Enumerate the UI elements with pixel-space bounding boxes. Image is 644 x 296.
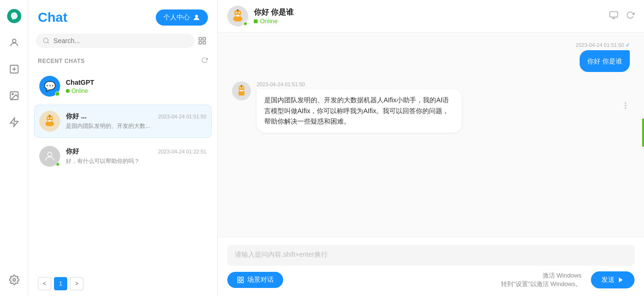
scene-button[interactable]: 场景对话: [227, 272, 283, 288]
chat-info-nihao: 你好 2023-04-24 01:22:51 好，有什么可以帮助你的吗？: [66, 147, 206, 165]
chat-avatar-nihao: [39, 146, 60, 167]
svg-point-44: [241, 85, 242, 87]
svg-rect-33: [233, 17, 234, 20]
svg-point-10: [44, 38, 48, 43]
search-icon: [43, 37, 50, 45]
scene-icon: [237, 276, 244, 284]
chat-header-status: Online: [254, 18, 294, 25]
svg-point-32: [237, 9, 238, 11]
chat-item-chatgpt[interactable]: 💬 ChatGPT Online: [34, 70, 212, 103]
svg-rect-50: [241, 280, 243, 283]
svg-marker-52: [619, 278, 623, 283]
personal-center-button[interactable]: 个人中心: [156, 9, 208, 26]
chat-info-nihao-shei: 你好 ... 2023-04-24 01:51:50 是国内团队发明的、开发的大…: [66, 112, 206, 130]
svg-rect-14: [203, 42, 206, 44]
svg-point-45: [625, 103, 626, 104]
icon-bar: [0, 0, 28, 296]
timestamp-check-icon: ✓: [626, 42, 630, 48]
svg-rect-30: [236, 15, 240, 17]
prev-page-button[interactable]: <: [38, 277, 51, 290]
nav-add-icon[interactable]: [6, 61, 23, 78]
refresh-chat-icon[interactable]: [626, 11, 635, 22]
chat-header-info: 你好 你是谁 Online: [254, 8, 294, 25]
send-button[interactable]: 发送: [591, 271, 635, 288]
svg-point-1: [12, 39, 16, 43]
svg-rect-48: [238, 277, 240, 279]
search-input[interactable]: [54, 37, 188, 45]
svg-point-6: [12, 93, 13, 95]
screen-icon[interactable]: [609, 10, 618, 22]
svg-rect-24: [53, 122, 54, 125]
svg-point-41: [242, 88, 243, 89]
svg-point-19: [51, 117, 52, 119]
input-actions: 场景对话 激活 Windows 转到"设置"以激活 Windows。 发送: [227, 271, 635, 288]
chat-list: 💬 ChatGPT Online: [28, 70, 217, 271]
nav-image-icon[interactable]: [6, 87, 23, 104]
chat-item-nihao[interactable]: 你好 2023-04-24 01:22:51 好，有什么可以帮助你的吗？: [34, 140, 212, 173]
chat-header-actions: [609, 10, 635, 22]
send-icon: [617, 277, 624, 283]
current-page-button[interactable]: 1: [54, 277, 67, 290]
chat-header-status-text: Online: [260, 18, 278, 25]
status-dot-chatgpt: [66, 89, 70, 93]
svg-rect-34: [241, 17, 242, 20]
chat-item-nihao-shei[interactable]: 你好 ... 2023-04-24 01:51:50 是国内团队发明的、开发的大…: [34, 105, 212, 138]
input-box[interactable]: 请输入提问内容,shift+enter换行: [227, 245, 635, 266]
personal-center-label: 个人中心: [163, 13, 190, 22]
message-left-content-wrap: 2023-04-24 01:51:50 是国内团队发明的、开发的大数据机器人AI…: [257, 81, 630, 132]
svg-point-9: [195, 15, 197, 18]
message-actions-icon[interactable]: [617, 101, 630, 112]
message-avatar-left: [232, 81, 251, 100]
nav-lightning-icon[interactable]: [6, 114, 23, 131]
scene-btn-label: 场景对话: [247, 276, 274, 284]
main-chat: 你好 你是谁 Online: [218, 0, 644, 296]
message-bubble-right: 你好 你是谁: [580, 50, 630, 72]
chat-header-name: 你好 你是谁: [254, 8, 294, 18]
recent-chats-label: RECENT CHATS: [38, 58, 85, 64]
svg-point-40: [240, 88, 241, 89]
sidebar: Chat 个人中心 RECENT CHATS: [28, 0, 218, 296]
chat-name-nihao: 你好: [66, 147, 79, 156]
svg-rect-51: [238, 280, 240, 283]
next-page-button[interactable]: >: [70, 277, 83, 290]
windows-activate: 激活 Windows 转到"设置"以激活 Windows。: [501, 271, 581, 288]
svg-point-8: [13, 278, 16, 281]
svg-rect-12: [199, 37, 201, 40]
chat-avatar-nihao-shei: [39, 111, 60, 132]
svg-line-11: [47, 42, 49, 44]
refresh-icon[interactable]: [201, 57, 208, 65]
svg-rect-49: [241, 277, 243, 279]
chat-avatar-chatgpt: 💬: [39, 76, 60, 97]
svg-rect-17: [46, 121, 53, 126]
grid-icon[interactable]: [195, 33, 210, 48]
nav-settings-icon[interactable]: [6, 271, 23, 288]
message-bubble-left: 是国内团队发明的、开发的大数据机器人AIfix小助手，我的AI语言模型叫做AIf…: [257, 89, 462, 132]
bot-avatar-icon: [43, 114, 57, 128]
svg-point-25: [48, 152, 52, 156]
message-row-right: 2023-04-24 01:51:50 ✓ 你好 你是谁: [232, 42, 630, 72]
search-input-wrap[interactable]: [36, 34, 195, 48]
svg-rect-35: [610, 11, 618, 17]
chat-preview-nihao-shei: 是国内团队发明的、开发的大数...: [66, 122, 206, 130]
svg-marker-7: [10, 118, 18, 126]
svg-point-29: [239, 12, 240, 13]
chat-header-left: 你好 你是谁 Online: [227, 6, 294, 27]
chat-preview-nihao: 好，有什么可以帮助你的吗？: [66, 157, 206, 165]
message-timestamp-right: 2023-04-24 01:51:50 ✓: [576, 42, 630, 48]
input-area: 请输入提问内容,shift+enter换行 场景对话 激活 Windows 转到…: [218, 237, 644, 296]
svg-rect-15: [199, 42, 201, 44]
svg-rect-39: [239, 91, 245, 96]
svg-rect-42: [240, 90, 243, 91]
chat-header: 你好 你是谁 Online: [218, 0, 644, 33]
message-bot-icon: [235, 84, 248, 98]
logo-icon[interactable]: [6, 8, 23, 25]
status-text-chatgpt: Online: [72, 88, 88, 94]
pagination: < 1 >: [28, 271, 217, 296]
svg-rect-27: [234, 16, 241, 21]
message-content-left: 2023-04-24 01:51:50 是国内团队发明的、开发的大数据机器人AI…: [257, 81, 462, 132]
nav-profile-icon[interactable]: [6, 34, 23, 51]
search-bar: [36, 33, 210, 48]
send-btn-label: 发送: [601, 276, 615, 284]
chat-name-nihao-shei: 你好 ...: [66, 112, 87, 121]
chat-time-nihao-shei: 2023-04-24 01:51:50: [158, 114, 206, 119]
